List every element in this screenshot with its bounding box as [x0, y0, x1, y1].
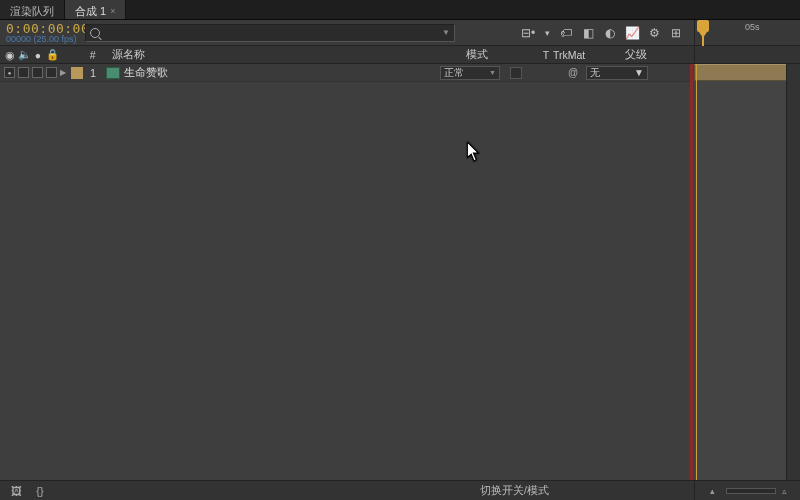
- timeline-body: ▶ 1 生命赞歌 正常 ▼ @ 无 ▼: [0, 64, 800, 480]
- pickwhip-icon[interactable]: @: [566, 66, 580, 80]
- lock-toggle[interactable]: [46, 67, 57, 78]
- visibility-toggle[interactable]: [4, 67, 15, 78]
- search-icon: [90, 28, 100, 38]
- search-input[interactable]: [103, 27, 438, 39]
- comp-flowchart-icon[interactable]: ⊟•: [518, 24, 538, 42]
- blend-mode-value: 正常: [444, 66, 464, 80]
- layer-search[interactable]: ▼: [85, 24, 455, 42]
- layer-name[interactable]: 生命赞歌: [124, 65, 440, 80]
- current-time[interactable]: 0:00:00:00 00000 (25.00 fps): [0, 22, 85, 44]
- timeline-footer: 🖼 {} 切换开关/模式 ▴ ▵: [0, 480, 800, 500]
- shy-layers-icon[interactable]: 🏷: [556, 24, 576, 42]
- close-icon[interactable]: ×: [110, 6, 115, 16]
- brainstorm-icon[interactable]: ⚙: [644, 24, 664, 42]
- toggle-switches-label[interactable]: 切换开关/模式: [480, 484, 549, 498]
- zoom-in-icon[interactable]: ▵: [782, 486, 792, 496]
- layer-type-icon: [106, 67, 120, 79]
- t-header[interactable]: T: [539, 49, 553, 61]
- trkmat-header[interactable]: TrkMat: [553, 49, 607, 61]
- label-color[interactable]: [71, 67, 83, 79]
- layer-row[interactable]: ▶ 1 生命赞歌 正常 ▼ @ 无 ▼: [0, 64, 693, 82]
- parent-dropdown[interactable]: 无 ▼: [586, 66, 648, 80]
- timeline-tracks[interactable]: [694, 64, 800, 480]
- blend-mode-dropdown[interactable]: 正常 ▼: [440, 66, 500, 80]
- zoom-slider[interactable]: [726, 488, 776, 494]
- graph-editor-icon[interactable]: 📈: [622, 24, 642, 42]
- toggle-switches-icon[interactable]: 🖼: [8, 484, 24, 498]
- solo-icon: ●: [32, 49, 44, 61]
- av-features-header: ◉ 🔈 ● 🔒: [0, 49, 58, 61]
- audio-toggle[interactable]: [18, 67, 29, 78]
- tab-composition-1[interactable]: 合成 1 ×: [65, 0, 126, 19]
- expand-icon[interactable]: ⊞: [666, 24, 686, 42]
- frame-blend-icon[interactable]: ◧: [578, 24, 598, 42]
- parent-value: 无: [590, 66, 600, 80]
- timeline-tool-icons: ⊟• ▾ 🏷 ◧ ◐ 📈 ⚙ ⊞: [518, 24, 694, 42]
- source-name-header[interactable]: 源名称: [108, 48, 466, 62]
- toggle-modes-icon[interactable]: {}: [32, 484, 48, 498]
- tab-label: 合成 1: [75, 4, 106, 19]
- chevron-down-icon: ▼: [634, 67, 644, 78]
- mode-header[interactable]: 模式: [466, 48, 539, 62]
- timecode-value: 0:00:00:00: [6, 22, 85, 35]
- tab-render-queue[interactable]: 渲染队列: [0, 0, 65, 19]
- motion-blur-icon[interactable]: ◐: [600, 24, 620, 42]
- ruler-tick-label: 05s: [745, 22, 760, 32]
- layer-list[interactable]: ▶ 1 生命赞歌 正常 ▼ @ 无 ▼: [0, 64, 694, 480]
- lock-icon: 🔒: [46, 49, 58, 61]
- tab-label: 渲染队列: [10, 4, 54, 19]
- chevron-down-icon: ▼: [489, 69, 496, 76]
- draft-3d-icon[interactable]: ▾: [540, 24, 554, 42]
- layer-index: 1: [86, 67, 100, 79]
- eye-icon: ◉: [4, 49, 16, 61]
- time-ruler[interactable]: 05s: [694, 20, 800, 45]
- vertical-scrollbar[interactable]: [786, 64, 800, 480]
- index-header[interactable]: #: [78, 49, 108, 61]
- solo-toggle[interactable]: [32, 67, 43, 78]
- speaker-icon: 🔈: [18, 49, 30, 61]
- parent-header[interactable]: 父级: [625, 48, 695, 62]
- twirl-icon[interactable]: ▶: [58, 68, 68, 77]
- column-headers: ◉ 🔈 ● 🔒 # 源名称 模式 T TrkMat 父级: [0, 46, 800, 64]
- chevron-down-icon[interactable]: ▼: [442, 28, 450, 37]
- preserve-transparency-toggle[interactable]: [510, 67, 522, 79]
- cti-line: [696, 64, 697, 480]
- fps-label: 00000 (25.00 fps): [6, 35, 85, 44]
- layer-duration-bar[interactable]: [694, 64, 800, 81]
- zoom-out-icon[interactable]: ▴: [710, 486, 720, 496]
- panel-tabs: 渲染队列 合成 1 ×: [0, 0, 800, 20]
- current-time-indicator[interactable]: [697, 20, 709, 46]
- timeline-header: 0:00:00:00 00000 (25.00 fps) ▼ ⊟• ▾ 🏷 ◧ …: [0, 20, 800, 46]
